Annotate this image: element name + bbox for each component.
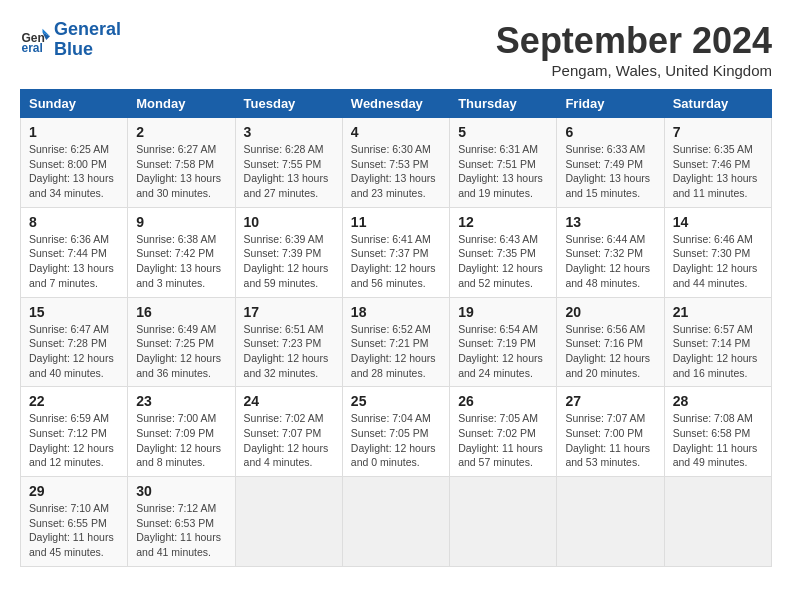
calendar-cell: 8Sunrise: 6:36 AM Sunset: 7:44 PM Daylig…: [21, 207, 128, 297]
day-info: Sunrise: 6:51 AM Sunset: 7:23 PM Dayligh…: [244, 322, 334, 381]
calendar-cell: 10Sunrise: 6:39 AM Sunset: 7:39 PM Dayli…: [235, 207, 342, 297]
calendar-cell: 13Sunrise: 6:44 AM Sunset: 7:32 PM Dayli…: [557, 207, 664, 297]
calendar-cell: 20Sunrise: 6:56 AM Sunset: 7:16 PM Dayli…: [557, 297, 664, 387]
day-info: Sunrise: 6:27 AM Sunset: 7:58 PM Dayligh…: [136, 142, 226, 201]
day-number: 10: [244, 214, 334, 230]
day-info: Sunrise: 7:07 AM Sunset: 7:00 PM Dayligh…: [565, 411, 655, 470]
logo-line2: Blue: [54, 39, 93, 59]
day-number: 16: [136, 304, 226, 320]
calendar-cell: 17Sunrise: 6:51 AM Sunset: 7:23 PM Dayli…: [235, 297, 342, 387]
day-number: 11: [351, 214, 441, 230]
day-number: 8: [29, 214, 119, 230]
day-number: 23: [136, 393, 226, 409]
day-info: Sunrise: 6:31 AM Sunset: 7:51 PM Dayligh…: [458, 142, 548, 201]
day-number: 29: [29, 483, 119, 499]
day-info: Sunrise: 6:46 AM Sunset: 7:30 PM Dayligh…: [673, 232, 763, 291]
header-saturday: Saturday: [664, 90, 771, 118]
calendar-table: SundayMondayTuesdayWednesdayThursdayFrid…: [20, 89, 772, 567]
day-number: 13: [565, 214, 655, 230]
calendar-cell: 5Sunrise: 6:31 AM Sunset: 7:51 PM Daylig…: [450, 118, 557, 208]
day-info: Sunrise: 6:41 AM Sunset: 7:37 PM Dayligh…: [351, 232, 441, 291]
day-number: 17: [244, 304, 334, 320]
day-number: 18: [351, 304, 441, 320]
calendar-cell: 23Sunrise: 7:00 AM Sunset: 7:09 PM Dayli…: [128, 387, 235, 477]
page-header: Gen eral General Blue September 2024 Pen…: [20, 20, 772, 79]
calendar-cell: 15Sunrise: 6:47 AM Sunset: 7:28 PM Dayli…: [21, 297, 128, 387]
calendar-cell: 16Sunrise: 6:49 AM Sunset: 7:25 PM Dayli…: [128, 297, 235, 387]
day-info: Sunrise: 6:44 AM Sunset: 7:32 PM Dayligh…: [565, 232, 655, 291]
month-title: September 2024: [496, 20, 772, 62]
calendar-cell: 26Sunrise: 7:05 AM Sunset: 7:02 PM Dayli…: [450, 387, 557, 477]
day-info: Sunrise: 6:33 AM Sunset: 7:49 PM Dayligh…: [565, 142, 655, 201]
calendar-cell: [235, 477, 342, 567]
svg-text:eral: eral: [22, 41, 43, 55]
day-info: Sunrise: 7:02 AM Sunset: 7:07 PM Dayligh…: [244, 411, 334, 470]
calendar-cell: 12Sunrise: 6:43 AM Sunset: 7:35 PM Dayli…: [450, 207, 557, 297]
calendar-week-row: 22Sunrise: 6:59 AM Sunset: 7:12 PM Dayli…: [21, 387, 772, 477]
day-info: Sunrise: 7:12 AM Sunset: 6:53 PM Dayligh…: [136, 501, 226, 560]
calendar-cell: 9Sunrise: 6:38 AM Sunset: 7:42 PM Daylig…: [128, 207, 235, 297]
day-number: 21: [673, 304, 763, 320]
day-number: 4: [351, 124, 441, 140]
logo-line1: General: [54, 19, 121, 39]
calendar-cell: [450, 477, 557, 567]
calendar-cell: 29Sunrise: 7:10 AM Sunset: 6:55 PM Dayli…: [21, 477, 128, 567]
header-wednesday: Wednesday: [342, 90, 449, 118]
calendar-cell: 11Sunrise: 6:41 AM Sunset: 7:37 PM Dayli…: [342, 207, 449, 297]
calendar-cell: [342, 477, 449, 567]
calendar-cell: 25Sunrise: 7:04 AM Sunset: 7:05 PM Dayli…: [342, 387, 449, 477]
calendar-cell: 30Sunrise: 7:12 AM Sunset: 6:53 PM Dayli…: [128, 477, 235, 567]
calendar-cell: 21Sunrise: 6:57 AM Sunset: 7:14 PM Dayli…: [664, 297, 771, 387]
header-friday: Friday: [557, 90, 664, 118]
calendar-cell: 4Sunrise: 6:30 AM Sunset: 7:53 PM Daylig…: [342, 118, 449, 208]
calendar-week-row: 1Sunrise: 6:25 AM Sunset: 8:00 PM Daylig…: [21, 118, 772, 208]
day-info: Sunrise: 6:59 AM Sunset: 7:12 PM Dayligh…: [29, 411, 119, 470]
day-number: 12: [458, 214, 548, 230]
header-sunday: Sunday: [21, 90, 128, 118]
calendar-cell: 1Sunrise: 6:25 AM Sunset: 8:00 PM Daylig…: [21, 118, 128, 208]
logo: Gen eral General Blue: [20, 20, 121, 60]
header-thursday: Thursday: [450, 90, 557, 118]
day-info: Sunrise: 7:04 AM Sunset: 7:05 PM Dayligh…: [351, 411, 441, 470]
calendar-week-row: 29Sunrise: 7:10 AM Sunset: 6:55 PM Dayli…: [21, 477, 772, 567]
day-number: 9: [136, 214, 226, 230]
day-number: 3: [244, 124, 334, 140]
calendar-week-row: 15Sunrise: 6:47 AM Sunset: 7:28 PM Dayli…: [21, 297, 772, 387]
day-number: 24: [244, 393, 334, 409]
day-number: 27: [565, 393, 655, 409]
calendar-cell: 27Sunrise: 7:07 AM Sunset: 7:00 PM Dayli…: [557, 387, 664, 477]
day-info: Sunrise: 7:10 AM Sunset: 6:55 PM Dayligh…: [29, 501, 119, 560]
day-info: Sunrise: 6:25 AM Sunset: 8:00 PM Dayligh…: [29, 142, 119, 201]
calendar-week-row: 8Sunrise: 6:36 AM Sunset: 7:44 PM Daylig…: [21, 207, 772, 297]
day-info: Sunrise: 6:54 AM Sunset: 7:19 PM Dayligh…: [458, 322, 548, 381]
calendar-cell: 18Sunrise: 6:52 AM Sunset: 7:21 PM Dayli…: [342, 297, 449, 387]
day-number: 19: [458, 304, 548, 320]
day-number: 2: [136, 124, 226, 140]
day-info: Sunrise: 6:49 AM Sunset: 7:25 PM Dayligh…: [136, 322, 226, 381]
day-number: 15: [29, 304, 119, 320]
day-info: Sunrise: 6:47 AM Sunset: 7:28 PM Dayligh…: [29, 322, 119, 381]
calendar-cell: [557, 477, 664, 567]
day-number: 7: [673, 124, 763, 140]
day-number: 1: [29, 124, 119, 140]
day-number: 5: [458, 124, 548, 140]
calendar-cell: 6Sunrise: 6:33 AM Sunset: 7:49 PM Daylig…: [557, 118, 664, 208]
logo-text: General Blue: [54, 20, 121, 60]
day-number: 14: [673, 214, 763, 230]
calendar-cell: 19Sunrise: 6:54 AM Sunset: 7:19 PM Dayli…: [450, 297, 557, 387]
calendar-header-row: SundayMondayTuesdayWednesdayThursdayFrid…: [21, 90, 772, 118]
day-number: 25: [351, 393, 441, 409]
calendar-cell: 2Sunrise: 6:27 AM Sunset: 7:58 PM Daylig…: [128, 118, 235, 208]
calendar-cell: 14Sunrise: 6:46 AM Sunset: 7:30 PM Dayli…: [664, 207, 771, 297]
day-info: Sunrise: 6:35 AM Sunset: 7:46 PM Dayligh…: [673, 142, 763, 201]
day-info: Sunrise: 6:56 AM Sunset: 7:16 PM Dayligh…: [565, 322, 655, 381]
location-subtitle: Pengam, Wales, United Kingdom: [496, 62, 772, 79]
day-info: Sunrise: 6:38 AM Sunset: 7:42 PM Dayligh…: [136, 232, 226, 291]
calendar-cell: 22Sunrise: 6:59 AM Sunset: 7:12 PM Dayli…: [21, 387, 128, 477]
day-info: Sunrise: 6:39 AM Sunset: 7:39 PM Dayligh…: [244, 232, 334, 291]
day-info: Sunrise: 6:52 AM Sunset: 7:21 PM Dayligh…: [351, 322, 441, 381]
calendar-cell: 24Sunrise: 7:02 AM Sunset: 7:07 PM Dayli…: [235, 387, 342, 477]
calendar-cell: 28Sunrise: 7:08 AM Sunset: 6:58 PM Dayli…: [664, 387, 771, 477]
day-number: 20: [565, 304, 655, 320]
day-info: Sunrise: 6:36 AM Sunset: 7:44 PM Dayligh…: [29, 232, 119, 291]
